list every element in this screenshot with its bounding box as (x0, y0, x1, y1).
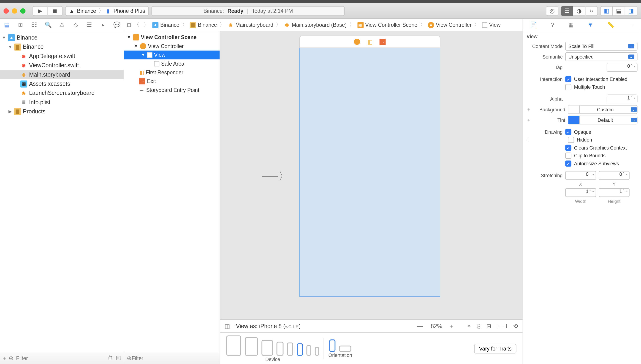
products-folder[interactable]: ▶▇ Products (0, 107, 124, 116)
test-nav-icon[interactable]: ◇ (72, 22, 80, 28)
outline-viewcontroller[interactable]: ▼ View Controller (124, 42, 220, 50)
library-button[interactable]: ◎ (546, 6, 558, 16)
outline-safearea[interactable]: Safe Area (124, 60, 220, 68)
file-appdelegate[interactable]: ◉AppDelegate.swift (0, 52, 124, 60)
add-drawing-icon[interactable]: + (527, 137, 531, 142)
stop-button[interactable]: ◼ (48, 6, 63, 16)
tint-color-select[interactable]: Default⌄ (568, 116, 637, 124)
source-control-nav-icon[interactable]: ⊞ (17, 22, 25, 28)
interaction-label: Interaction (527, 76, 563, 82)
clears-checkbox[interactable]: ✓ (565, 145, 571, 151)
background-color-select[interactable]: Custom⌄ (568, 105, 637, 114)
debug-nav-icon[interactable]: ☰ (85, 22, 93, 28)
pin-icon[interactable]: ⊟ (487, 322, 491, 330)
clip-checkbox[interactable] (565, 152, 571, 159)
content-mode-select[interactable]: Scale To Fill⌄ (565, 42, 637, 50)
forward-icon[interactable]: 〉 (142, 21, 150, 28)
device-chooser[interactable] (226, 335, 319, 355)
file-infoplist[interactable]: ≣Info.plist (0, 98, 124, 107)
outline-entrypoint[interactable]: → Storyboard Entry Point (124, 86, 220, 94)
resolve-icon[interactable]: ⊢⊣ (498, 322, 507, 330)
multiple-touch-checkbox[interactable] (565, 84, 571, 90)
zoom-window[interactable] (20, 8, 26, 14)
project-nav-icon[interactable]: ▤ (3, 22, 11, 28)
outline-scene[interactable]: ▼ View Controller Scene (124, 33, 220, 42)
file-launchscreen[interactable]: ◉LaunchScreen.storyboard (0, 88, 124, 98)
file-assets[interactable]: ▦Assets.xcassets (0, 79, 124, 88)
project-root[interactable]: ▼▲ Binance (0, 33, 124, 42)
outline-filter-input[interactable] (132, 355, 217, 361)
embed-icon[interactable]: ⌖ (468, 322, 471, 330)
crumb-2[interactable]: ◉Main.storyboard (227, 22, 274, 28)
ib-canvas[interactable]: ──〉 ◧ → (220, 31, 523, 320)
stretch-y-field[interactable]: 0 (599, 171, 629, 180)
user-interaction-checkbox[interactable]: ✓ (565, 76, 571, 82)
filter-scope-icon[interactable]: ⊕ (9, 355, 14, 362)
autoresize-checkbox[interactable]: ✓ (565, 160, 571, 167)
crumb-3[interactable]: ◉Main.storyboard (Base) (283, 22, 347, 28)
scene[interactable]: ◧ → (299, 36, 440, 297)
navigator-filter-input[interactable] (16, 355, 105, 361)
find-nav-icon[interactable]: 🔍 (44, 22, 52, 28)
connections-inspector-icon[interactable]: → (628, 22, 634, 28)
group-folder[interactable]: ▼▇ Binance (0, 42, 124, 52)
crumb-6[interactable]: View (481, 22, 501, 28)
back-icon[interactable]: 〈 (132, 21, 141, 28)
crumb-0[interactable]: ▲Binance (151, 22, 180, 28)
scene-header[interactable]: ◧ → (299, 36, 440, 48)
toggle-navigator[interactable]: ◧ (600, 6, 613, 16)
stretch-x-field[interactable]: 0 (565, 171, 596, 180)
standard-editor[interactable]: ☰ (561, 6, 573, 16)
align-icon[interactable]: ⎘ (477, 322, 480, 330)
breakpoint-nav-icon[interactable]: ▸ (99, 22, 107, 28)
file-viewcontroller[interactable]: ◉ViewController.swift (0, 60, 124, 70)
crumb-5[interactable]: ●View Controller (427, 22, 472, 28)
recent-icon[interactable]: ⏱ (107, 355, 113, 362)
outline-exit[interactable]: → Exit (124, 77, 220, 86)
close-window[interactable] (4, 8, 9, 14)
outline-filter-icon[interactable]: ⊕ (127, 355, 132, 362)
hidden-checkbox[interactable] (568, 137, 574, 143)
file-main-storyboard[interactable]: ◉Main.storyboard (0, 70, 124, 79)
issue-nav-icon[interactable]: ⚠ (58, 22, 66, 28)
report-nav-icon[interactable]: 💬 (113, 22, 121, 28)
vary-for-traits-button[interactable]: Vary for Traits (474, 344, 516, 353)
outline-toggle-icon[interactable]: ◫ (225, 322, 230, 329)
add-icon[interactable]: + (3, 355, 6, 362)
crumb-4[interactable]: ▦View Controller Scene (356, 22, 418, 28)
help-inspector-icon[interactable]: ? (551, 22, 554, 28)
semantic-select[interactable]: Unspecified⌄ (565, 52, 637, 61)
device-label: Device (265, 356, 280, 362)
update-frames-icon[interactable]: ⟲ (513, 322, 518, 330)
assistant-editor[interactable]: ◑ (573, 6, 586, 16)
zoom-out-icon[interactable]: — (417, 322, 423, 329)
add-tint-icon[interactable]: + (527, 117, 531, 122)
attributes-inspector-icon[interactable]: ▼ (587, 22, 593, 28)
device-root-view[interactable] (299, 48, 440, 297)
outline-firstresponder[interactable]: ◧ First Responder (124, 68, 220, 77)
toggle-debug[interactable]: ⬓ (613, 6, 625, 16)
outline-view[interactable]: ▼ View (124, 50, 220, 59)
opaque-checkbox[interactable]: ✓ (565, 129, 571, 135)
crumb-1[interactable]: ▇Binance (189, 22, 218, 28)
tag-field[interactable]: 0 (607, 63, 637, 72)
alpha-field[interactable]: 1 (607, 94, 637, 103)
scm-icon[interactable]: ☒ (116, 355, 121, 362)
file-inspector-icon[interactable]: 📄 (530, 22, 537, 28)
stretch-h-field[interactable]: 1 (599, 188, 629, 197)
scheme-selector[interactable]: ▲ Binance 〉 ▮ iPhone 8 Plus (65, 6, 149, 16)
minimize-window[interactable] (12, 8, 17, 14)
size-inspector-icon[interactable]: 📏 (607, 22, 614, 28)
orientation-chooser[interactable] (329, 339, 351, 352)
identity-inspector-icon[interactable]: ▦ (568, 22, 573, 28)
related-items-icon[interactable]: ⊞ (127, 22, 131, 28)
symbol-nav-icon[interactable]: ☷ (31, 22, 39, 28)
add-bg-icon[interactable]: + (527, 107, 531, 112)
stretch-w-field[interactable]: 1 (565, 188, 596, 197)
view-as-label[interactable]: View as: iPhone 8 (wC hR) (236, 322, 301, 329)
device-icon: ▮ (107, 8, 110, 14)
zoom-in-icon[interactable]: + (450, 322, 454, 329)
version-editor[interactable]: ↔ (586, 6, 598, 16)
run-button[interactable]: ▶ (33, 6, 47, 16)
toggle-inspector[interactable]: ◨ (625, 6, 637, 16)
